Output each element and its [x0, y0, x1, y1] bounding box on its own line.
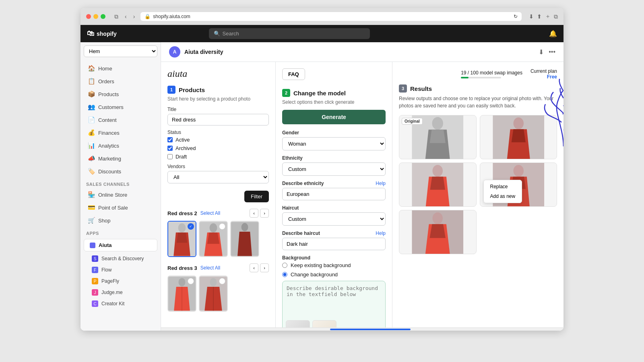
sidebar-item-customers[interactable]: 👥Customers [82, 101, 159, 113]
notification-bell[interactable]: 🔔 [549, 30, 557, 37]
horizontal-scrollbar[interactable] [161, 327, 564, 331]
describe-ethnicity-input[interactable] [282, 188, 386, 200]
shopify-search-bar[interactable]: 🔍 Search [209, 28, 370, 39]
product-thumb-1-2[interactable] [199, 221, 228, 257]
sidebar-item-aiuta[interactable]: Aiuta [84, 239, 157, 251]
result-1[interactable] [480, 115, 557, 159]
change-bg-option[interactable]: Change background [282, 272, 386, 278]
next-arrow-2[interactable]: › [260, 263, 269, 272]
share-icon[interactable]: ⬆ [537, 13, 542, 20]
describe-haircut-help[interactable]: Help [376, 230, 386, 236]
next-arrow-1[interactable]: › [260, 209, 269, 218]
result-original[interactable]: Original [399, 115, 477, 159]
model-section-title: Change the model [293, 90, 346, 97]
product-section-2-title: Red dress 3 [167, 265, 197, 271]
haircut-select[interactable]: Custom [282, 212, 386, 226]
faq-button[interactable]: FAQ [282, 68, 305, 80]
result-2[interactable] [399, 162, 477, 207]
sidebar-item-products[interactable]: 📦Products [82, 88, 159, 101]
download-icon[interactable]: ⬇ [529, 13, 534, 20]
model-counter: 19 / 100 model swap images [461, 70, 522, 78]
forward-btn[interactable]: › [132, 12, 137, 21]
background-radio-group: Keep existing background Change backgrou… [282, 262, 386, 278]
sidebar: HemHem 🏠Home 📋Orders 📦Products 👥Customer… [80, 42, 161, 331]
uncheck-2-2 [219, 278, 225, 284]
sidebar-item-judge[interactable]: J Judge.me [80, 287, 161, 298]
app-header: A Aiuta diversity ⬇ ••• [161, 42, 564, 62]
product-thumb-1-3[interactable] [230, 221, 259, 257]
uncheck-box [219, 223, 225, 230]
active-checkbox[interactable]: Active [167, 137, 269, 143]
archived-checkbox[interactable]: Archived [167, 145, 269, 151]
filter-button[interactable]: Filter [244, 191, 269, 202]
products-step-number: 1 [167, 86, 175, 94]
active-checkbox-input[interactable] [167, 137, 173, 142]
address-bar[interactable]: 🔒 shopify.aiuta.com ↻ [140, 12, 522, 21]
model-section-subtitle: Select options then click generate [282, 99, 386, 105]
describe-haircut-input[interactable] [282, 238, 386, 250]
svg-point-36 [432, 212, 443, 224]
sidebar-item-analytics[interactable]: 📊Analytics [82, 139, 159, 152]
replace-button[interactable]: Replace [485, 182, 520, 191]
back-btn[interactable]: ‹ [123, 12, 128, 21]
gender-select[interactable]: Woman [282, 137, 386, 150]
minimize-dot[interactable] [93, 14, 98, 19]
new-tab-icon[interactable]: ＋ [545, 13, 551, 20]
reload-icon[interactable]: ↻ [514, 14, 518, 19]
product-thumb-1-1[interactable]: ✓ [167, 221, 196, 257]
title-input[interactable] [167, 114, 269, 125]
prev-arrow-1[interactable]: ‹ [250, 209, 258, 218]
tabs-icon[interactable]: ⧉ [554, 13, 558, 20]
draft-checkbox[interactable]: Draft [167, 154, 269, 160]
bg-thumb-2[interactable] [312, 320, 336, 327]
aiuta-app-avatar: A [169, 46, 180, 58]
sidebar-item-discounts[interactable]: 🏷️Discounts [82, 165, 159, 178]
download-app-icon[interactable]: ⬇ [539, 48, 544, 56]
generate-button[interactable]: Generate [282, 110, 386, 124]
prev-arrow-2[interactable]: ‹ [250, 263, 258, 272]
sidebar-item-marketing[interactable]: 📣Marketing [82, 152, 159, 165]
sidebar-item-pagefly[interactable]: P PageFly [80, 276, 161, 287]
bg-description-textarea[interactable] [283, 281, 385, 313]
fullscreen-dot[interactable] [101, 14, 105, 19]
keep-bg-radio[interactable] [282, 263, 287, 268]
sidebar-item-creator-kit[interactable]: C Creator Kit [80, 298, 161, 309]
sidebar-item-content[interactable]: 📄Content [82, 113, 159, 126]
product-thumb-2-2[interactable] [199, 276, 228, 312]
svg-point-28 [432, 165, 443, 177]
more-options-icon[interactable]: ••• [549, 48, 555, 56]
plan-type: Free [530, 74, 557, 80]
change-bg-radio[interactable] [282, 272, 287, 277]
product-section-2: Red dress 3 Select All ‹ › [167, 263, 269, 312]
sidebar-item-shop[interactable]: 🛒Shop [82, 214, 159, 227]
result-4-dress-image [399, 210, 476, 254]
bg-thumb-1[interactable] [286, 320, 310, 327]
sidebar-item-home[interactable]: 🏠Home [82, 62, 159, 75]
home-icon: 🏠 [88, 65, 95, 72]
result-4[interactable] [399, 210, 477, 254]
vendors-select[interactable]: All [167, 171, 269, 183]
dress-image-3 [231, 222, 258, 256]
sidebar-item-orders[interactable]: 📋Orders [82, 75, 159, 88]
keep-bg-option[interactable]: Keep existing background [282, 262, 386, 268]
draft-checkbox-input[interactable] [167, 154, 173, 159]
sidebar-item-online-store[interactable]: 🏪Online Store [82, 188, 159, 201]
archived-checkbox-input[interactable] [167, 146, 173, 151]
tab-overview-btn[interactable]: ⧉ [113, 12, 120, 21]
select-all-1[interactable]: Select All [200, 210, 220, 216]
product-thumb-2-1[interactable] [167, 276, 196, 312]
close-dot[interactable] [86, 14, 91, 19]
sidebar-item-search-discovery[interactable]: S Search & Discovery [80, 253, 161, 264]
describe-ethnicity-help[interactable]: Help [376, 181, 386, 186]
sidebar-item-pos[interactable]: 💳Point of Sale [82, 201, 159, 214]
topbar-right: 🔔 [549, 30, 557, 37]
select-all-2[interactable]: Select All [200, 265, 220, 271]
sidebar-item-finances[interactable]: 💰Finances [82, 126, 159, 139]
ethnicity-select[interactable]: Custom [282, 162, 386, 176]
original-badge: Original [402, 118, 423, 125]
store-selector[interactable]: HemHem [84, 45, 157, 57]
svg-point-5 [210, 223, 217, 232]
add-as-new-button[interactable]: Add as new [485, 191, 520, 201]
result-3[interactable]: Replace Add as new [480, 162, 557, 207]
sidebar-item-flow[interactable]: F Flow [80, 264, 161, 276]
